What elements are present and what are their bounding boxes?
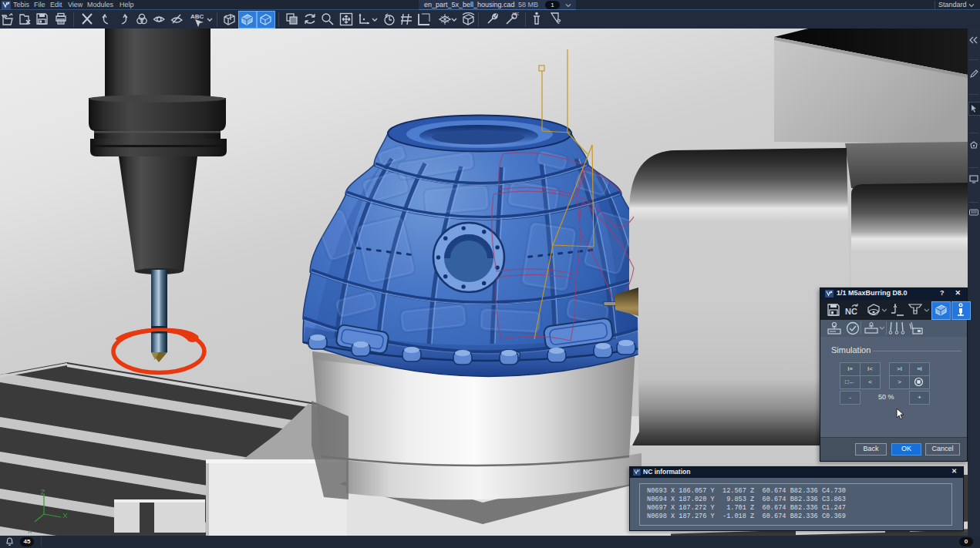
svg-text:ABC: ABC [512,12,519,16]
svg-text:ABC: ABC [190,13,204,20]
svg-text:NC: NC [845,307,857,316]
svg-text:?: ? [557,18,561,25]
